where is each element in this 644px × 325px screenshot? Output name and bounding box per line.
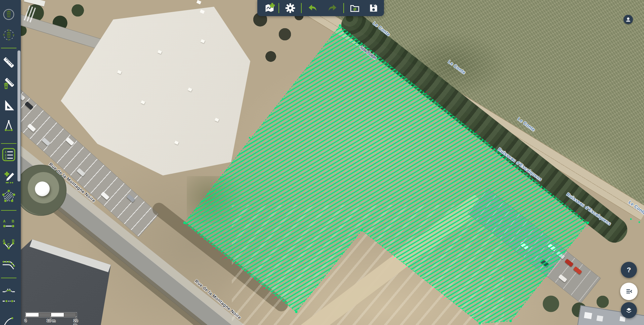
numbered-list-icon: 1 2 3 [2,148,16,162]
ruler-icon [2,56,15,69]
pencil-plus-icon [2,171,15,184]
set-square-button[interactable] [0,96,17,115]
svg-text:B: B [12,219,14,223]
help-question-label: ? [627,266,631,274]
trash-selection-icon [2,29,15,41]
draw-polygon-button[interactable] [0,187,17,206]
angle-acb-button[interactable]: A B C [0,235,17,254]
open-project-button[interactable] [347,0,363,16]
trash-circle-icon [2,8,15,21]
map-label: Le Conte [372,21,391,37]
dashed-segment-icon [2,295,15,307]
open-folder-icon [350,3,360,13]
vertex-handle[interactable] [639,221,640,223]
save-icon [369,3,378,13]
vertex-handle[interactable] [361,229,363,232]
redo-button[interactable] [325,0,341,16]
svg-text:3: 3 [5,156,7,160]
scale-segment [39,313,51,317]
help-button[interactable]: ? [621,262,637,278]
delete-selected-measurement-button[interactable] [0,26,17,44]
gear-icon [285,3,295,13]
sidebar-divider [1,210,16,211]
measurements-list-button-active[interactable]: 1 2 3 [0,145,17,164]
map-viewport[interactable]: Le ConteLe ConteLe ConteLe ConteRuisseau… [0,0,644,325]
segment-ab-icon: A B [2,218,15,231]
toolbar-divider [301,3,302,13]
vertex-handle[interactable] [479,322,481,325]
user-avatar-icon [625,16,632,23]
scale-label-10m: 10 m [47,319,55,323]
vertex-handle[interactable] [510,320,512,322]
sidebar-scrollbar-thumb[interactable] [17,50,20,181]
sidebar-divider [1,143,16,144]
app-window: Le ConteLe ConteLe ConteLe ConteRuisseau… [0,0,644,325]
vertex-handle[interactable] [249,137,251,139]
svg-text:A: A [3,239,5,243]
redo-icon [328,3,338,13]
scale-label-0: 0 [25,319,27,323]
curve-icon [2,315,15,325]
polygon-icon [2,190,15,203]
undo-button[interactable] [304,0,320,16]
layers-button[interactable] [621,302,637,318]
save-button[interactable] [366,0,382,16]
collapse-menu-icon [625,287,633,296]
set-square-icon [2,98,15,112]
angle-acb-icon: A B C [2,238,15,251]
toolbar-divider [278,3,279,13]
measure-ruler-button[interactable] [0,53,17,72]
dashed-segment-button[interactable] [0,294,17,308]
compass-distance-button[interactable] [0,116,17,135]
sidebar-divider [1,278,16,278]
delete-all-measurements-button[interactable] [0,5,17,24]
ruler-trash-icon [2,77,15,91]
offset-line-button[interactable] [0,255,17,274]
delete-measure-button[interactable] [0,75,17,93]
svg-text:A: A [3,219,6,223]
map-label: Le Conte [447,59,467,75]
map-label: Rue de la Montagne Noire [48,162,96,203]
svg-text:C: C [7,243,10,247]
scale-label-20m: 20 m [74,319,80,325]
map-scale-bar: 0 10 m 20 m [26,312,83,324]
add-annotation-button[interactable] [0,168,17,187]
scale-segment [64,313,77,317]
vertex-handle[interactable] [339,25,341,27]
account-avatar-button[interactable] [624,15,633,24]
scale-segment [51,313,64,317]
offset-line-icon [2,257,15,271]
layers-icon [625,306,633,314]
vertex-handle[interactable] [183,222,186,224]
top-toolbar [257,0,384,16]
settings-button[interactable] [282,0,298,16]
vertex-handle[interactable] [630,218,632,220]
compass-icon [2,119,15,132]
arc-icon [2,282,15,295]
svg-text:B: B [12,239,14,243]
vertex-handle[interactable] [295,311,298,313]
app-logo-map-icon [264,3,275,13]
map-label: Rue de la Montagne Noire [194,279,242,320]
scale-segment [26,313,39,317]
app-logo-button[interactable] [262,0,278,16]
undo-icon [307,3,317,13]
vertex-handle[interactable] [587,222,589,224]
map-label: Le Conte [517,116,536,132]
tools-sidebar: 1 2 3 A B [0,0,21,325]
toolbar-divider [343,3,344,13]
curve-tool-button[interactable] [0,312,17,325]
sidebar-divider [1,48,16,48]
collapse-panel-button[interactable] [620,283,638,300]
map-label: Le Conte [628,200,644,216]
segment-ab-button[interactable]: A B [0,215,17,234]
